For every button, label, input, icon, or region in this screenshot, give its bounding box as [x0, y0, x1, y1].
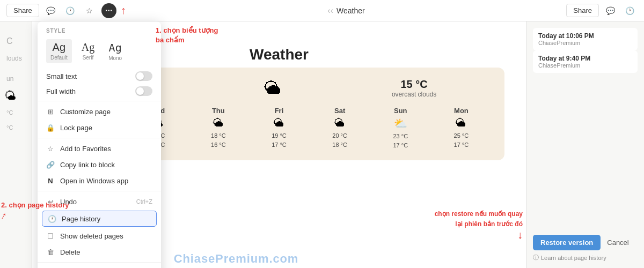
- menu-delete[interactable]: 🗑 Delete: [38, 244, 161, 260]
- nav-back-icon: ‹‹: [327, 6, 333, 16]
- cancel-button[interactable]: Cancel: [604, 235, 632, 250]
- temp-block: 15 °C overcast clouds: [392, 78, 436, 98]
- style-default[interactable]: Ag Default: [46, 39, 72, 63]
- day-name: Sun: [394, 107, 407, 115]
- style-mono[interactable]: Ag Mono: [104, 39, 126, 63]
- undo-shortcut: Ctrl+Z: [136, 198, 152, 205]
- day-name: Mon: [454, 107, 469, 115]
- style-ag-serif: Ag: [82, 41, 94, 54]
- history-user: ChiasePremium: [538, 40, 632, 46]
- day-icon: 🌥: [213, 117, 224, 129]
- menu-page-history[interactable]: 🕐 Page history: [42, 211, 157, 227]
- history-list: Today at 10:06 PM ChiasePremium Today at…: [533, 28, 638, 73]
- undo-label: Undo: [60, 198, 77, 206]
- customize-icon: ⊞: [46, 107, 55, 116]
- small-text-toggle[interactable]: [135, 71, 152, 81]
- top-bar-right: Share 💬 🕐: [566, 3, 638, 18]
- menu-undo[interactable]: ↩ Undo Ctrl+Z: [38, 193, 161, 210]
- undo-icon: ↩: [46, 197, 55, 206]
- right-panel: Today at 10:06 PM ChiasePremium Today at…: [526, 21, 644, 268]
- day-name: Fri: [275, 107, 284, 115]
- link-icon: 🔗: [46, 160, 55, 169]
- show-deleted-icon: ☐: [46, 232, 55, 240]
- three-dots-icon: ···: [105, 6, 112, 16]
- history-user: ChiasePremium: [538, 62, 632, 69]
- temp-big: 15 °C: [392, 78, 436, 91]
- cloud-icon: 🌥: [264, 78, 281, 98]
- delete-label: Delete: [60, 248, 80, 256]
- restore-section: Restore version Cancel ⓘ Learn about pag…: [533, 235, 638, 262]
- style-ag-mono: Ag: [109, 41, 122, 54]
- learn-text: Learn about page history: [541, 255, 606, 261]
- dropdown-menu: STYLE Ag Default Ag Serif Ag Mono Small …: [38, 21, 161, 268]
- menu-show-deleted[interactable]: ☐ Show deleted pages: [38, 228, 161, 244]
- sidebar-partial-temp1: °C: [0, 105, 32, 120]
- style-label-serif: Serif: [83, 55, 94, 61]
- day-name: Thu: [212, 107, 225, 115]
- day-name: Sat: [334, 107, 345, 115]
- day-icon: 🌥: [456, 117, 466, 129]
- day-col: Sun ⛅ 23 °C17 °C: [384, 107, 416, 150]
- history-item[interactable]: Today at 9:40 PM ChiasePremium: [533, 50, 638, 73]
- day-col: Thu 🌥 18 °C16 °C: [202, 107, 235, 150]
- divider-4: [38, 262, 161, 263]
- three-dots-button[interactable]: ···: [101, 3, 116, 18]
- customize-label: Customize page: [60, 108, 111, 116]
- left-sidebar: C louds un 🌤 °C °C: [0, 21, 32, 268]
- day-icon: ⛅: [394, 117, 407, 130]
- learn-link[interactable]: ⓘ Learn about page history: [533, 254, 638, 262]
- comment-icon-btn-right[interactable]: 💬: [603, 3, 618, 18]
- page-history-label: Page history: [62, 215, 100, 223]
- share-button-right[interactable]: Share: [566, 4, 599, 17]
- menu-customize-page[interactable]: ⊞ Customize page: [38, 103, 161, 120]
- style-label-default: Default: [50, 55, 68, 61]
- page-history-wrapper: 🕐 Page history: [38, 211, 161, 227]
- top-bar: Share 💬 🕐 ☆ ··· ↑ ‹‹ Weather Share 💬 🕐: [0, 0, 644, 21]
- style-ag-default: Ag: [53, 41, 65, 54]
- windows-icon: N: [46, 176, 55, 185]
- sidebar-partial-c: C: [0, 32, 32, 50]
- copy-link-label: Copy link to block: [60, 161, 115, 169]
- divider-1: [38, 101, 161, 101]
- day-icon: 🌥: [274, 117, 284, 129]
- menu-import[interactable]: ⬇ Import: [38, 265, 161, 268]
- clock-icon-btn-right[interactable]: 🕐: [623, 3, 638, 18]
- day-temps: 25 °C17 °C: [454, 131, 469, 149]
- menu-copy-link[interactable]: 🔗 Copy link to block: [38, 157, 161, 173]
- sidebar-partial-temp2: °C: [0, 120, 32, 135]
- comment-icon-btn[interactable]: 💬: [43, 3, 58, 18]
- small-text-label: Small text: [46, 72, 77, 80]
- style-label-mono: Mono: [108, 55, 122, 61]
- menu-add-favorites[interactable]: ☆ Add to Favorites: [38, 140, 161, 157]
- restore-row: Restore version Cancel: [533, 235, 638, 250]
- divider-3: [38, 191, 161, 191]
- day-temps: 19 °C17 °C: [272, 131, 287, 149]
- top-bar-left: Share 💬 🕐 ☆ ··· ↑: [6, 3, 126, 18]
- star-icon: ☆: [46, 144, 55, 153]
- main-layout: C louds un 🌤 °C °C STYLE Ag Default Ag S…: [0, 21, 644, 268]
- day-icon: 🌥: [334, 117, 345, 129]
- restore-button[interactable]: Restore version: [533, 235, 601, 250]
- history-icon-btn[interactable]: 🕐: [63, 3, 78, 18]
- day-col: Sat 🌥 20 °C18 °C: [324, 107, 356, 150]
- toggle-full-width: Full width: [38, 84, 161, 99]
- temp-desc: overcast clouds: [392, 91, 436, 98]
- share-button-left[interactable]: Share: [6, 4, 39, 17]
- style-serif[interactable]: Ag Serif: [77, 39, 99, 63]
- lock-icon: 🔒: [46, 123, 55, 132]
- menu-lock-page[interactable]: 🔒 Lock page: [38, 120, 161, 136]
- style-row: Ag Default Ag Serif Ag Mono: [38, 37, 161, 69]
- top-bar-center: ‹‹ Weather: [327, 6, 364, 16]
- history-item[interactable]: Today at 10:06 PM ChiasePremium: [533, 28, 638, 50]
- day-col: Mon 🌥 25 °C17 °C: [445, 107, 477, 150]
- full-width-toggle[interactable]: [135, 86, 152, 96]
- star-icon-btn[interactable]: ☆: [82, 3, 97, 18]
- open-windows-label: Open in Windows app: [60, 177, 128, 185]
- divider-2: [38, 138, 161, 138]
- lock-label: Lock page: [60, 124, 92, 132]
- red-arrow-annotation: ↑: [121, 4, 126, 17]
- page-title-breadcrumb: Weather: [336, 6, 365, 15]
- history-time: Today at 9:40 PM: [538, 55, 632, 62]
- menu-open-windows[interactable]: N Open in Windows app: [38, 173, 161, 189]
- day-temps: 18 °C16 °C: [211, 131, 226, 149]
